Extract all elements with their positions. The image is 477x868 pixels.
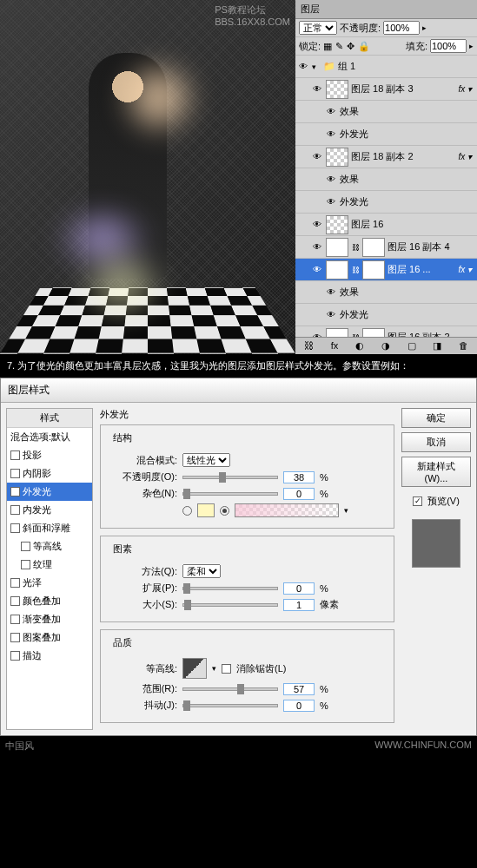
contour-dropdown-icon[interactable]: ▾ (212, 664, 216, 673)
adjustment-icon[interactable]: ◑ (381, 340, 390, 352)
new-style-button[interactable]: 新建样式(W)... (401, 457, 471, 487)
new-layer-icon[interactable]: ◨ (433, 340, 441, 352)
jitter-slider[interactable] (182, 704, 278, 707)
lock-all-icon[interactable]: 🔒 (358, 41, 370, 52)
style-stroke[interactable]: 描边 (7, 647, 92, 665)
size-slider[interactable] (182, 603, 278, 607)
style-satin[interactable]: 光泽 (7, 574, 92, 592)
fx-badge[interactable]: fx ▾ (458, 84, 475, 94)
blend-mode-select[interactable]: 正常 (299, 21, 337, 35)
effects-row[interactable]: 👁 效果 (295, 101, 477, 123)
layer-row-selected[interactable]: 👁 ⛓ 图层 16 ... fx ▾ (295, 259, 477, 281)
visibility-icon[interactable]: 👁 (297, 61, 309, 73)
checkbox[interactable] (10, 615, 20, 624)
fx-icon[interactable]: fx (331, 340, 339, 352)
new-group-icon[interactable]: ▢ (407, 340, 416, 352)
visibility-icon[interactable]: 👁 (311, 219, 323, 231)
opacity-slider[interactable] (182, 476, 278, 479)
jitter-input[interactable] (283, 700, 315, 712)
lock-transparency-icon[interactable]: ▦ (323, 41, 332, 52)
lock-position-icon[interactable]: ✥ (347, 41, 354, 52)
expand-icon[interactable]: ▾ (312, 62, 321, 71)
gradient-radio[interactable] (220, 506, 229, 516)
style-pattern-overlay[interactable]: 图案叠加 (7, 628, 92, 647)
link-icon[interactable]: ⛓ (351, 266, 360, 274)
visibility-icon[interactable]: 👁 (311, 151, 323, 163)
checkbox[interactable] (10, 505, 20, 515)
fx-badge[interactable]: fx ▾ (458, 152, 475, 161)
layer-row[interactable]: 👁 图层 18 副本 3 fx ▾ (295, 78, 477, 101)
style-outer-glow[interactable]: 外发光 (7, 483, 92, 501)
spread-input[interactable] (283, 582, 315, 595)
layers-tab[interactable]: 图层 (295, 0, 477, 19)
opacity-input[interactable] (383, 21, 420, 35)
visibility-icon[interactable]: 👁 (325, 128, 337, 141)
opacity-input[interactable] (283, 471, 315, 483)
checkbox[interactable] (10, 596, 20, 606)
antialias-checkbox[interactable] (222, 664, 231, 674)
effect-outerglow-row[interactable]: 👁 外发光 (295, 123, 477, 146)
checkbox[interactable] (10, 633, 20, 642)
layer-row[interactable]: 👁 ⛓ 图层 16 副本 4 (295, 236, 477, 259)
visibility-icon[interactable]: 👁 (325, 309, 337, 321)
visibility-icon[interactable]: 👁 (311, 241, 323, 253)
visibility-icon[interactable]: 👁 (325, 174, 337, 186)
visibility-icon[interactable]: 👁 (311, 264, 323, 276)
style-texture[interactable]: 纹理 (7, 556, 92, 574)
visibility-icon[interactable]: 👁 (325, 106, 337, 118)
fill-input[interactable] (430, 39, 467, 53)
visibility-icon[interactable]: 👁 (311, 83, 323, 95)
spread-slider[interactable] (182, 587, 278, 590)
cancel-button[interactable]: 取消 (401, 432, 471, 452)
checkbox[interactable] (10, 469, 20, 478)
group-row[interactable]: 👁 ▾ 📁 组 1 (295, 56, 477, 78)
style-inner-shadow[interactable]: 内阴影 (7, 464, 92, 483)
contour-swatch[interactable] (182, 658, 207, 679)
link-icon[interactable]: ⛓ (351, 243, 360, 252)
color-radio[interactable] (182, 506, 192, 516)
mask-icon[interactable]: ◐ (355, 340, 364, 352)
visibility-icon[interactable]: 👁 (325, 196, 337, 208)
layer-row[interactable]: 👁 图层 18 副本 2 fx ▾ (295, 146, 477, 168)
checkbox[interactable] (21, 560, 30, 569)
link-layers-icon[interactable]: ⛓ (304, 340, 314, 352)
blend-mode-select[interactable]: 线性光 (182, 453, 230, 467)
blend-options-row[interactable]: 混合选项:默认 (7, 428, 92, 446)
checkbox[interactable] (10, 487, 20, 496)
checkbox[interactable] (10, 578, 20, 588)
lock-paint-icon[interactable]: ✎ (335, 41, 343, 52)
checkbox[interactable] (10, 651, 20, 661)
style-gradient-overlay[interactable]: 渐变叠加 (7, 610, 92, 628)
trash-icon[interactable]: 🗑 (459, 340, 468, 352)
style-color-overlay[interactable]: 颜色叠加 (7, 592, 92, 610)
style-bevel[interactable]: 斜面和浮雕 (7, 519, 92, 537)
visibility-icon[interactable]: 👁 (325, 286, 337, 299)
fill-flyout-icon[interactable]: ▸ (469, 42, 474, 50)
opacity-flyout-icon[interactable]: ▸ (422, 23, 427, 32)
technique-select[interactable]: 柔和 (182, 564, 221, 578)
effects-row[interactable]: 👁 效果 (295, 281, 477, 304)
ok-button[interactable]: 确定 (401, 408, 471, 428)
range-input[interactable] (283, 683, 315, 695)
checkbox[interactable] (10, 523, 20, 533)
effects-row[interactable]: 👁 效果 (295, 168, 477, 191)
noise-input[interactable] (283, 488, 315, 500)
effect-outerglow-row[interactable]: 👁 外发光 (295, 304, 477, 326)
range-slider[interactable] (182, 687, 278, 691)
gradient-dropdown-icon[interactable]: ▾ (344, 506, 348, 515)
preview-checkbox[interactable] (413, 496, 422, 506)
style-drop-shadow[interactable]: 投影 (7, 446, 92, 464)
layer-row[interactable]: 👁 ⛓ 图层 16 副本 2 (295, 326, 477, 337)
noise-slider[interactable] (182, 492, 278, 496)
checkbox[interactable] (21, 542, 30, 551)
effect-outerglow-row[interactable]: 👁 外发光 (295, 191, 477, 214)
checkbox[interactable] (10, 450, 20, 460)
style-contour[interactable]: 等高线 (7, 537, 92, 556)
fx-badge[interactable]: fx ▾ (458, 265, 475, 274)
size-input[interactable] (283, 599, 315, 611)
layer-row[interactable]: 👁 图层 16 (295, 214, 477, 236)
styles-header[interactable]: 样式 (7, 409, 92, 428)
color-swatch[interactable] (197, 503, 215, 517)
gradient-swatch[interactable] (235, 503, 339, 517)
style-inner-glow[interactable]: 内发光 (7, 501, 92, 519)
